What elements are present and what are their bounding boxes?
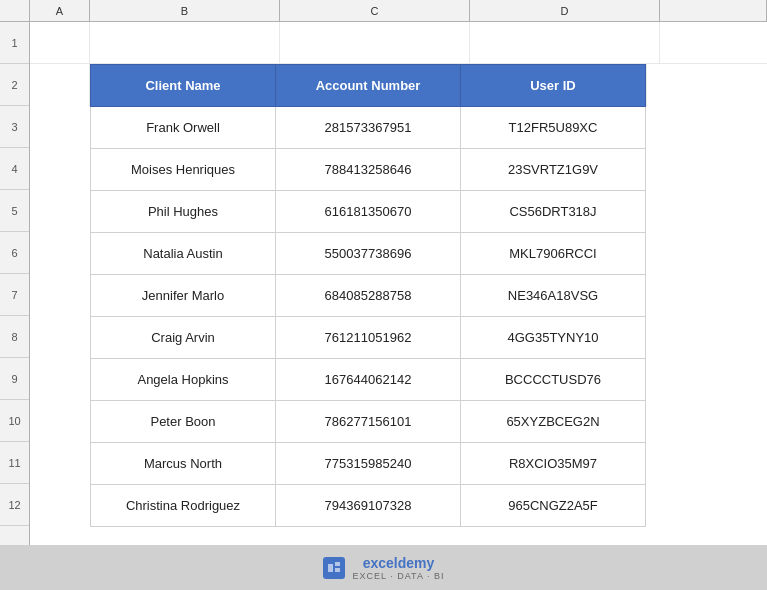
cell-account-number: 775315985240 xyxy=(276,443,461,485)
header-account-number: Account Number xyxy=(276,65,461,107)
table-row: Moises Henriques78841325864623SVRTZ1G9V xyxy=(91,149,646,191)
column-headers: A B C D xyxy=(0,0,767,22)
row-num-6: 6 xyxy=(0,232,29,274)
row-num-10: 10 xyxy=(0,400,29,442)
cell-user-id: CS56DRT318J xyxy=(461,191,646,233)
cell-account-number: 281573367951 xyxy=(276,107,461,149)
cell-user-id: 4GG35TYNY10 xyxy=(461,317,646,359)
cell-user-id: NE346A18VSG xyxy=(461,275,646,317)
cell-a2[interactable] xyxy=(30,64,90,106)
cell-user-id: 65XYZBCEG2N xyxy=(461,401,646,443)
cell-account-number: 167644062142 xyxy=(276,359,461,401)
watermark-icon xyxy=(323,557,345,579)
cell-client-name: Peter Boon xyxy=(91,401,276,443)
watermark-text: exceldemy EXCEL · DATA · BI xyxy=(353,555,445,581)
row-num-11: 11 xyxy=(0,442,29,484)
cell-d1[interactable] xyxy=(470,22,660,63)
cell-e1[interactable] xyxy=(660,22,767,63)
table-row: Angela Hopkins167644062142BCCCCTUSD76 xyxy=(91,359,646,401)
cell-client-name: Marcus North xyxy=(91,443,276,485)
cell-account-number: 684085288758 xyxy=(276,275,461,317)
watermark-sub-text: EXCEL · DATA · BI xyxy=(353,571,445,581)
grid-row-1 xyxy=(30,22,767,64)
table-row: Natalia Austin550037738696MKL7906RCCI xyxy=(91,233,646,275)
row-num-8: 8 xyxy=(0,316,29,358)
cell-user-id: MKL7906RCCI xyxy=(461,233,646,275)
row-numbers: 1 2 3 4 5 6 7 8 9 10 11 12 xyxy=(0,22,30,545)
spreadsheet: A B C D 1 2 3 4 5 6 7 8 9 10 11 12 xyxy=(0,0,767,590)
corner-cell xyxy=(0,0,30,21)
watermark-brand-text: exceldemy xyxy=(363,555,435,571)
col-header-e xyxy=(660,0,767,21)
cell-client-name: Natalia Austin xyxy=(91,233,276,275)
table-row: Peter Boon78627715610165XYZBCEG2N xyxy=(91,401,646,443)
table-row: Craig Arvin7612110519624GG35TYNY10 xyxy=(91,317,646,359)
cell-account-number: 794369107328 xyxy=(276,485,461,527)
table-header-row: Client Name Account Number User ID Frank… xyxy=(90,64,647,106)
cell-c1[interactable] xyxy=(280,22,470,63)
cell-client-name: Moises Henriques xyxy=(91,149,276,191)
cell-account-number: 550037738696 xyxy=(276,233,461,275)
table-row: Jennifer Marlo684085288758NE346A18VSG xyxy=(91,275,646,317)
cell-user-id: R8XCIO35M97 xyxy=(461,443,646,485)
cell-client-name: Frank Orwell xyxy=(91,107,276,149)
table-row: Christina Rodriguez794369107328965CNGZ2A… xyxy=(91,485,646,527)
row-num-12: 12 xyxy=(0,484,29,526)
cell-client-name: Angela Hopkins xyxy=(91,359,276,401)
cell-account-number: 786277156101 xyxy=(276,401,461,443)
cell-client-name: Craig Arvin xyxy=(91,317,276,359)
table-row: Marcus North775315985240R8XCIO35M97 xyxy=(91,443,646,485)
header-client-name: Client Name xyxy=(91,65,276,107)
svg-rect-3 xyxy=(335,568,340,572)
row-num-4: 4 xyxy=(0,148,29,190)
exceldemy-logo-svg xyxy=(325,559,343,577)
cell-account-number: 761211051962 xyxy=(276,317,461,359)
cell-b1[interactable] xyxy=(90,22,280,63)
cell-e2[interactable] xyxy=(647,64,767,106)
svg-rect-1 xyxy=(328,564,333,572)
cell-user-id: 23SVRTZ1G9V xyxy=(461,149,646,191)
row-num-9: 9 xyxy=(0,358,29,400)
watermark: exceldemy EXCEL · DATA · BI xyxy=(0,545,767,590)
row-num-1: 1 xyxy=(0,22,29,64)
table-row: Frank Orwell281573367951T12FR5U89XC xyxy=(91,107,646,149)
col-header-d: D xyxy=(470,0,660,21)
table-row: Phil Hughes616181350670CS56DRT318J xyxy=(91,191,646,233)
cell-client-name: Christina Rodriguez xyxy=(91,485,276,527)
row-num-7: 7 xyxy=(0,274,29,316)
col-header-b: B xyxy=(90,0,280,21)
cell-user-id: BCCCCTUSD76 xyxy=(461,359,646,401)
grid: Client Name Account Number User ID Frank… xyxy=(30,22,767,545)
col-header-c: C xyxy=(280,0,470,21)
col-header-a: A xyxy=(30,0,90,21)
svg-rect-2 xyxy=(335,562,340,566)
header-user-id: User ID xyxy=(461,65,646,107)
cell-a1[interactable] xyxy=(30,22,90,63)
grid-row-2: Client Name Account Number User ID Frank… xyxy=(30,64,767,106)
row-num-5: 5 xyxy=(0,190,29,232)
cell-account-number: 788413258646 xyxy=(276,149,461,191)
row-num-3: 3 xyxy=(0,106,29,148)
cell-client-name: Jennifer Marlo xyxy=(91,275,276,317)
cell-user-id: 965CNGZ2A5F xyxy=(461,485,646,527)
row-num-2: 2 xyxy=(0,64,29,106)
spreadsheet-body: 1 2 3 4 5 6 7 8 9 10 11 12 xyxy=(0,22,767,545)
cell-client-name: Phil Hughes xyxy=(91,191,276,233)
cell-user-id: T12FR5U89XC xyxy=(461,107,646,149)
cell-account-number: 616181350670 xyxy=(276,191,461,233)
